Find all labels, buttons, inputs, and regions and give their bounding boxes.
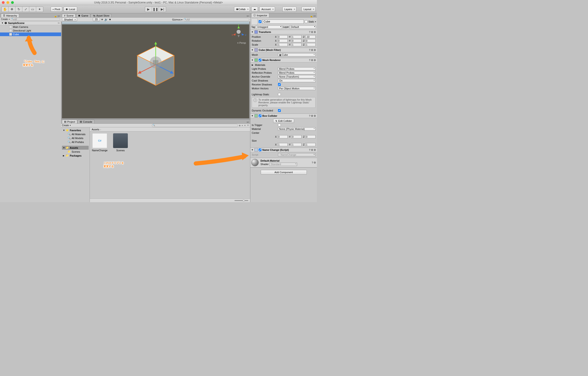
static-checkbox[interactable] bbox=[305, 20, 307, 23]
preset-icon[interactable]: ⚙ bbox=[311, 148, 313, 152]
size-y[interactable] bbox=[291, 143, 302, 146]
transform-tool[interactable]: ✦ bbox=[36, 7, 43, 12]
motion-vectors-field[interactable]: Per Object Motion bbox=[278, 87, 315, 90]
panel-options-icon[interactable]: 🔒 ▾≡ bbox=[54, 15, 60, 17]
scene-tab[interactable]: # Scene bbox=[62, 14, 75, 17]
tag-dropdown[interactable]: Untagged bbox=[256, 25, 282, 29]
scale-tool[interactable]: ⤢ bbox=[22, 7, 29, 12]
rot-y[interactable] bbox=[291, 39, 302, 42]
search-filter-icon[interactable]: ◆ bbox=[239, 124, 241, 127]
project-search[interactable] bbox=[152, 124, 238, 127]
scene-root[interactable]: ▼ SampleScene ▾≡ bbox=[0, 21, 61, 25]
pause-button[interactable]: ❚❚ bbox=[152, 7, 159, 12]
2d-toggle[interactable]: 2D bbox=[93, 18, 100, 21]
receive-shadows-checkbox[interactable] bbox=[278, 83, 281, 86]
mesh-field[interactable]: ▦ Cube bbox=[278, 53, 315, 56]
dynamic-occluded-checkbox[interactable] bbox=[278, 109, 281, 112]
hierarchy-item-light[interactable]: Directional Light bbox=[0, 29, 61, 32]
gear-icon[interactable]: ⚙ bbox=[314, 161, 316, 164]
audio-icon[interactable]: 🔊 bbox=[104, 18, 108, 21]
game-tab[interactable]: ◉ Game bbox=[76, 14, 90, 17]
hidden-icon[interactable]: 👁 bbox=[247, 124, 249, 127]
preset-icon[interactable]: ⚙ bbox=[311, 31, 313, 34]
panel-options-icon[interactable]: 🔒 ▾≡ bbox=[310, 15, 316, 17]
favorite-icon[interactable]: ★ bbox=[244, 124, 246, 127]
account-dropdown[interactable]: Account bbox=[259, 7, 275, 12]
scl-x[interactable] bbox=[278, 43, 288, 46]
help-icon[interactable]: ? bbox=[309, 148, 310, 152]
script-enabled[interactable] bbox=[259, 148, 262, 151]
shader-dropdown[interactable]: Standard bbox=[270, 163, 297, 166]
asset-folder[interactable]: Scenes bbox=[112, 133, 128, 152]
search-filter-icon[interactable]: ● bbox=[242, 124, 243, 127]
add-component-button[interactable]: Add Component bbox=[261, 170, 307, 175]
scl-z[interactable] bbox=[305, 43, 315, 46]
gear-icon[interactable]: ⚙ bbox=[314, 31, 316, 34]
physic-material-field[interactable]: None (Physic Material) bbox=[278, 127, 315, 131]
fold-icon[interactable]: ▼ bbox=[251, 31, 253, 33]
collab-dropdown[interactable]: ◉ Collab bbox=[234, 7, 250, 12]
favorite-item[interactable]: 🔍All Prefabs bbox=[62, 140, 89, 144]
rot-x[interactable] bbox=[278, 39, 288, 42]
cube-object[interactable] bbox=[126, 37, 186, 97]
script-field[interactable]: ▫ NameChange bbox=[278, 153, 315, 156]
lighting-icon[interactable]: ☀ bbox=[101, 18, 103, 21]
console-tab[interactable]: ▤ Console bbox=[78, 120, 94, 123]
reflection-probes-field[interactable]: Blend Probes bbox=[278, 71, 315, 74]
perspective-label[interactable]: ≡ Persp bbox=[237, 42, 246, 44]
help-icon[interactable]: ? bbox=[312, 161, 313, 164]
hierarchy-create[interactable]: Create bbox=[1, 18, 8, 21]
assets-folder[interactable]: ▼📁Assets bbox=[62, 146, 89, 150]
project-breadcrumb[interactable]: Assets › bbox=[90, 127, 250, 131]
panel-options-icon[interactable]: ▾≡ bbox=[247, 121, 249, 123]
fold-icon[interactable]: ▼ bbox=[251, 59, 253, 61]
move-tool[interactable]: ✥ bbox=[9, 7, 15, 12]
gizmos-dropdown[interactable]: Gizmos ▾ bbox=[172, 18, 182, 21]
shading-mode[interactable]: Shaded bbox=[62, 18, 77, 21]
packages-folder[interactable]: ▶📁Packages bbox=[62, 154, 89, 157]
pos-y[interactable] bbox=[291, 35, 302, 38]
fold-icon[interactable]: ▼ bbox=[251, 49, 253, 51]
panel-options-icon[interactable]: ▾≡ bbox=[247, 15, 249, 17]
center-x[interactable] bbox=[278, 135, 288, 138]
rotate-tool[interactable]: ↻ bbox=[15, 7, 22, 12]
edit-collider-button[interactable]: ↯ Edit Collider bbox=[273, 119, 294, 123]
fold-icon[interactable]: ▼ bbox=[251, 149, 253, 151]
scene-search[interactable]: All bbox=[183, 18, 249, 21]
materials-label[interactable]: Materials bbox=[255, 63, 280, 66]
preset-icon[interactable]: ⚙ bbox=[311, 49, 313, 52]
hierarchy-item-cube[interactable]: Cube bbox=[0, 32, 61, 36]
project-create[interactable]: Create bbox=[62, 124, 69, 127]
help-icon[interactable]: ? bbox=[309, 49, 310, 52]
folder-item[interactable]: 📁Scenes bbox=[62, 150, 89, 154]
layout-dropdown[interactable]: Layout bbox=[302, 7, 315, 12]
pos-z[interactable] bbox=[305, 35, 315, 38]
local-toggle[interactable]: ◉ Local bbox=[63, 7, 77, 12]
hierarchy-item-camera[interactable]: Main Camera bbox=[0, 25, 61, 29]
step-button[interactable]: ▶| bbox=[159, 7, 166, 12]
hand-tool[interactable]: ✋ bbox=[2, 7, 9, 12]
help-icon[interactable]: ? bbox=[309, 31, 310, 34]
collider-enabled[interactable] bbox=[259, 115, 262, 117]
light-probes-field[interactable]: Blend Probes bbox=[278, 67, 315, 71]
hierarchy-search[interactable]: All bbox=[10, 18, 60, 21]
object-name-field[interactable] bbox=[262, 20, 304, 24]
lightmap-static-checkbox[interactable] bbox=[278, 93, 281, 96]
gear-icon[interactable]: ⚙ bbox=[314, 59, 316, 62]
gameobject-icon[interactable] bbox=[251, 18, 258, 25]
minimize-icon[interactable] bbox=[6, 1, 9, 4]
fold-icon[interactable]: ▼ bbox=[251, 115, 253, 117]
center-z[interactable] bbox=[305, 135, 315, 138]
active-checkbox[interactable] bbox=[259, 20, 262, 23]
orientation-gizmo[interactable]: y z x bbox=[231, 24, 246, 40]
help-icon[interactable]: ? bbox=[309, 59, 310, 62]
asset-store-tab[interactable]: 🛍 Asset Store bbox=[91, 14, 112, 17]
favorites-folder[interactable]: ▼⭐Favorites bbox=[62, 128, 89, 132]
cast-shadows-field[interactable]: On bbox=[278, 79, 315, 82]
gear-icon[interactable]: ⚙ bbox=[314, 148, 316, 152]
gear-icon[interactable]: ⚙ bbox=[314, 49, 316, 52]
play-button[interactable]: ▶ bbox=[145, 7, 152, 12]
rot-z[interactable] bbox=[305, 39, 315, 42]
preset-icon[interactable]: ⚙ bbox=[311, 59, 313, 62]
is-trigger-checkbox[interactable] bbox=[278, 124, 281, 126]
